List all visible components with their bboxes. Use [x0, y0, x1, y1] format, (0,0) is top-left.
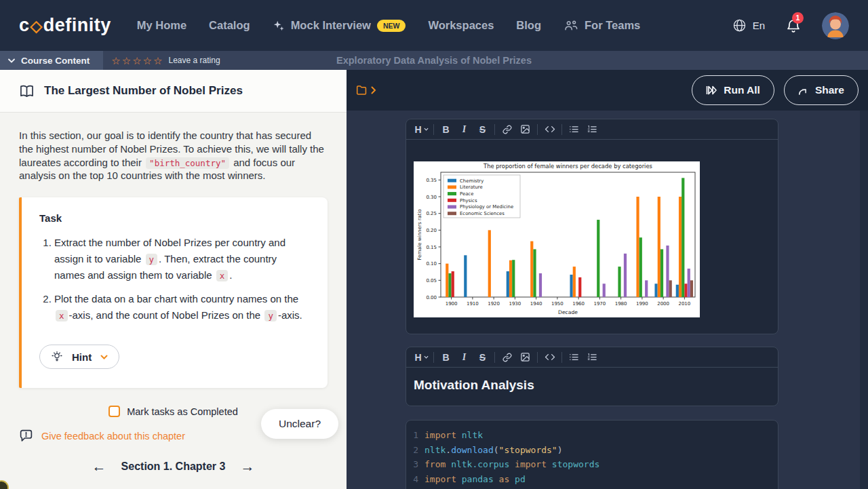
globe-icon [732, 18, 747, 33]
codefinity-logo[interactable]: c◇definity [19, 15, 111, 36]
bullet-list-button[interactable] [565, 119, 583, 139]
inline-code: "birth_country" [146, 157, 229, 169]
svg-text:1970: 1970 [593, 301, 606, 307]
task-card: Task Extract the number of Nobel Prizes … [19, 197, 328, 388]
course-content-toggle[interactable]: Course Content [0, 51, 103, 70]
chart: The proportion of female winners per dec… [414, 161, 700, 317]
share-icon [798, 85, 809, 96]
italic-button[interactable]: I [455, 347, 473, 367]
code-line[interactable]: 1import nltk [406, 428, 778, 443]
task-item: Plot the data on a bar chart with countr… [54, 291, 310, 324]
task-list: Extract the number of Nobel Prizes per c… [39, 235, 310, 324]
toolbar-divider [561, 352, 562, 363]
people-icon [564, 20, 578, 31]
nav-item-workspaces[interactable]: Workspaces [428, 19, 494, 32]
svg-text:1990: 1990 [636, 301, 648, 307]
svg-text:Physics: Physics [460, 198, 477, 203]
svg-text:0.35: 0.35 [426, 178, 437, 183]
svg-text:0.20: 0.20 [426, 228, 437, 233]
chat-widget-peek[interactable] [0, 480, 9, 489]
bold-button[interactable]: B [437, 119, 455, 139]
notebook-area: H B I S The proportion of female winners… [347, 111, 868, 489]
svg-text:The proportion of female winne: The proportion of female winners per dec… [483, 163, 652, 170]
top-navbar: c◇definity My Home Catalog Mock Intervie… [0, 0, 868, 51]
svg-text:1980: 1980 [615, 301, 627, 307]
nav-item-my-home[interactable]: My Home [137, 19, 186, 32]
rating-stars: ☆☆☆☆☆ [111, 56, 163, 66]
share-button[interactable]: Share [784, 75, 859, 105]
ordered-list-button[interactable] [583, 347, 601, 367]
chapter-title: The Largest Number of Nobel Prizes [44, 84, 243, 98]
markdown-toolbar: H B I S [406, 347, 778, 368]
svg-text:1910: 1910 [467, 301, 479, 307]
code-button[interactable] [540, 119, 559, 139]
svg-text:1930: 1930 [509, 301, 521, 307]
scrollbar-track[interactable] [860, 111, 868, 489]
strikethrough-button[interactable]: S [473, 347, 492, 367]
heading-button[interactable]: H [412, 347, 431, 367]
nav-item-for-teams[interactable]: For Teams [564, 19, 640, 32]
toolbar-divider [537, 124, 538, 135]
course-bar: Exploratory Data Analysis of Nobel Prize… [0, 51, 868, 70]
svg-text:Decade: Decade [558, 309, 578, 315]
svg-text:0.15: 0.15 [426, 245, 437, 250]
heading-button[interactable]: H [412, 119, 431, 139]
next-chapter-arrow[interactable]: → [240, 459, 254, 473]
markdown-content[interactable]: Motivation Analysis [406, 368, 778, 406]
svg-text:0.25: 0.25 [426, 211, 437, 216]
section-navigation: ← Section 1. Chapter 3 → [19, 459, 328, 473]
bold-button[interactable]: B [437, 347, 455, 367]
markdown-cell-chart: H B I S The proportion of female winners… [406, 119, 778, 334]
mark-completed-label: Mark tasks as Completed [127, 406, 238, 417]
ordered-list-button[interactable] [583, 119, 601, 139]
svg-text:0.05: 0.05 [426, 278, 437, 283]
chevron-down-icon [100, 355, 108, 359]
language-selector[interactable]: En [732, 18, 765, 33]
star-icon[interactable]: ☆ [111, 56, 120, 66]
chevron-right-icon [371, 86, 376, 94]
image-button[interactable] [516, 119, 534, 139]
user-avatar[interactable] [822, 12, 849, 39]
run-all-button[interactable]: Run All [692, 75, 774, 105]
link-button[interactable] [498, 347, 516, 367]
star-icon[interactable]: ☆ [132, 56, 141, 66]
nav-item-blog[interactable]: Blog [516, 19, 541, 32]
code-button[interactable] [540, 347, 559, 367]
code-cell[interactable]: 1import nltk2nltk.download("stopwords")3… [406, 420, 778, 489]
workspace-actions: Run All Share [692, 75, 859, 105]
svg-text:2000: 2000 [657, 301, 669, 307]
svg-text:2010: 2010 [678, 301, 690, 307]
hint-button[interactable]: Hint [39, 345, 119, 369]
code-line[interactable]: 5import matplotlib.pyplot as plt [406, 486, 778, 489]
inline-code: x [216, 270, 229, 281]
bullet-list-button[interactable] [565, 347, 583, 367]
star-icon[interactable]: ☆ [153, 56, 162, 66]
task-item: Extract the number of Nobel Prizes per c… [54, 235, 310, 283]
code-line[interactable]: 2nltk.download("stopwords") [406, 443, 778, 458]
inline-code: x [56, 310, 68, 321]
section-chapter-label: Section 1. Chapter 3 [121, 461, 226, 473]
mark-completed-checkbox[interactable] [108, 406, 120, 417]
svg-text:0.00: 0.00 [426, 295, 437, 300]
toolbar-divider [494, 124, 495, 135]
star-icon[interactable]: ☆ [143, 56, 152, 66]
workspace-header: Run All Share [347, 70, 868, 111]
italic-button[interactable]: I [455, 119, 473, 139]
code-line[interactable]: 4import pandas as pd [406, 472, 778, 487]
image-button[interactable] [516, 347, 534, 367]
code-line[interactable]: 3from nltk.corpus import stopwords [406, 457, 778, 472]
prev-chapter-arrow[interactable]: ← [92, 459, 106, 473]
link-button[interactable] [498, 119, 516, 139]
notifications-bell[interactable]: 1 [785, 18, 802, 34]
nav-item-mock-interview[interactable]: Mock Interview NEW [273, 19, 406, 32]
strikethrough-button[interactable]: S [473, 119, 492, 139]
unclear-button[interactable]: Unclear? [261, 409, 338, 439]
lesson-header: The Largest Number of Nobel Prizes [0, 70, 347, 113]
file-tree-toggle[interactable] [356, 85, 376, 96]
notification-badge: 1 [792, 12, 804, 24]
svg-text:Female winners ratio: Female winners ratio [416, 209, 422, 260]
nav-item-catalog[interactable]: Catalog [209, 19, 250, 32]
toolbar-divider [494, 352, 495, 363]
star-icon[interactable]: ☆ [122, 56, 131, 66]
toolbar-divider [561, 124, 562, 135]
